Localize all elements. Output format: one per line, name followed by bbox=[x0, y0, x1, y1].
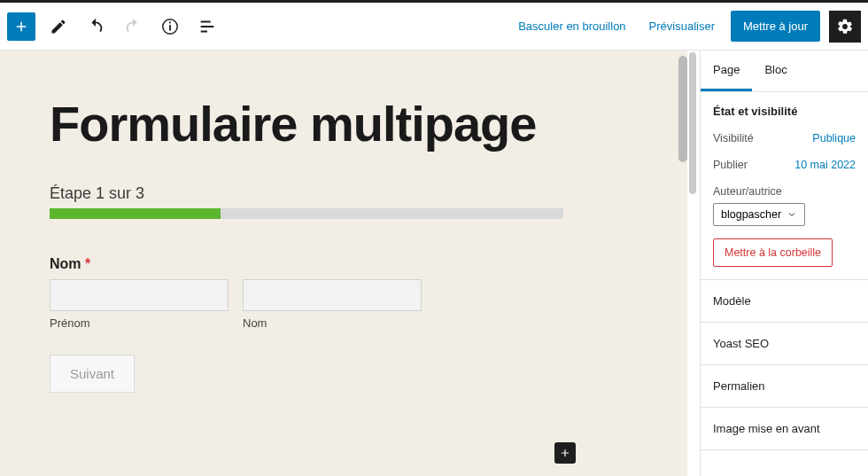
name-label-text: Nom bbox=[50, 256, 81, 271]
pencil-icon bbox=[50, 18, 67, 35]
form-step-label: Étape 1 sur 3 bbox=[50, 184, 638, 203]
gear-icon bbox=[836, 18, 854, 35]
update-button[interactable]: Mettre à jour bbox=[731, 11, 820, 42]
editor-body: Formulaire multipage Étape 1 sur 3 Nom *… bbox=[0, 51, 868, 476]
publish-value[interactable]: 10 mai 2022 bbox=[794, 159, 856, 171]
name-fields-row: Prénom Nom bbox=[50, 279, 422, 330]
author-label: Auteur/autrice bbox=[713, 185, 782, 198]
panel-model[interactable]: Modèle bbox=[701, 280, 868, 323]
plus-icon bbox=[13, 19, 29, 35]
preview-link[interactable]: Prévisualiser bbox=[642, 12, 722, 40]
canvas-content: Formulaire multipage Étape 1 sur 3 Nom *… bbox=[0, 51, 687, 393]
plus-icon bbox=[559, 447, 571, 459]
settings-sidebar: Page Bloc État et visibilité Visibilité … bbox=[700, 51, 868, 476]
publish-label: Publier bbox=[713, 159, 748, 171]
switch-to-draft-link[interactable]: Basculer en brouillon bbox=[511, 12, 632, 40]
panel-yoast-seo[interactable]: Yoast SEO bbox=[701, 323, 868, 365]
lastname-column: Nom bbox=[243, 279, 422, 330]
sidebar-tabs: Page Bloc bbox=[701, 51, 868, 92]
required-mark: * bbox=[85, 256, 90, 271]
tab-page[interactable]: Page bbox=[701, 51, 752, 91]
trash-button[interactable]: Mettre à la corbeille bbox=[713, 238, 833, 267]
undo-icon bbox=[86, 17, 105, 36]
author-row: Auteur/autrice blogpascher bbox=[713, 185, 856, 226]
chevron-down-icon bbox=[787, 209, 797, 220]
toolbar-left bbox=[7, 12, 221, 41]
panel-status-visibility: État et visibilité Visibilité Publique P… bbox=[701, 92, 868, 280]
panel-permalink[interactable]: Permalien bbox=[701, 365, 868, 408]
author-select[interactable]: blogpascher bbox=[713, 203, 805, 226]
redo-icon bbox=[123, 17, 143, 36]
visibility-label: Visibilité bbox=[713, 132, 754, 144]
edit-mode-button[interactable] bbox=[44, 12, 73, 41]
redo-button[interactable] bbox=[119, 12, 147, 41]
list-icon bbox=[198, 17, 217, 36]
author-selected-value: blogpascher bbox=[721, 208, 781, 221]
panel-status-title[interactable]: État et visibilité bbox=[713, 105, 856, 118]
visibility-row: Visibilité Publique bbox=[713, 132, 856, 144]
toolbar-right: Basculer en brouillon Prévisualiser Mett… bbox=[511, 11, 861, 43]
page-title[interactable]: Formulaire multipage bbox=[50, 95, 638, 152]
settings-button[interactable] bbox=[829, 11, 861, 43]
firstname-sublabel: Prénom bbox=[50, 316, 229, 330]
editor-toolbar: Basculer en brouillon Prévisualiser Mett… bbox=[0, 3, 868, 51]
outer-scrollbar-thumb[interactable] bbox=[689, 52, 696, 194]
firstname-input[interactable] bbox=[50, 279, 229, 311]
canvas-scrollbar[interactable] bbox=[678, 56, 687, 162]
editor-canvas[interactable]: Formulaire multipage Étape 1 sur 3 Nom *… bbox=[0, 51, 687, 476]
panel-featured-image[interactable]: Image mise en avant bbox=[701, 408, 868, 450]
firstname-column: Prénom bbox=[50, 279, 229, 330]
visibility-value[interactable]: Publique bbox=[812, 132, 856, 144]
info-button[interactable] bbox=[156, 12, 184, 41]
tab-block[interactable]: Bloc bbox=[752, 51, 799, 91]
info-icon bbox=[160, 17, 180, 36]
svg-rect-2 bbox=[169, 21, 171, 23]
lastname-input[interactable] bbox=[243, 279, 422, 311]
svg-rect-1 bbox=[169, 25, 171, 30]
undo-button[interactable] bbox=[81, 12, 110, 41]
outline-button[interactable] bbox=[193, 12, 221, 41]
add-block-button[interactable] bbox=[7, 12, 35, 41]
publish-row: Publier 10 mai 2022 bbox=[713, 159, 856, 171]
name-field-label: Nom * bbox=[50, 256, 638, 272]
lastname-sublabel: Nom bbox=[243, 316, 422, 330]
next-button[interactable]: Suivant bbox=[50, 355, 135, 393]
add-block-floating-button[interactable] bbox=[554, 442, 576, 464]
form-progress-bar bbox=[50, 208, 563, 219]
form-progress-fill bbox=[50, 208, 221, 219]
outer-scrollbar[interactable] bbox=[687, 51, 700, 476]
